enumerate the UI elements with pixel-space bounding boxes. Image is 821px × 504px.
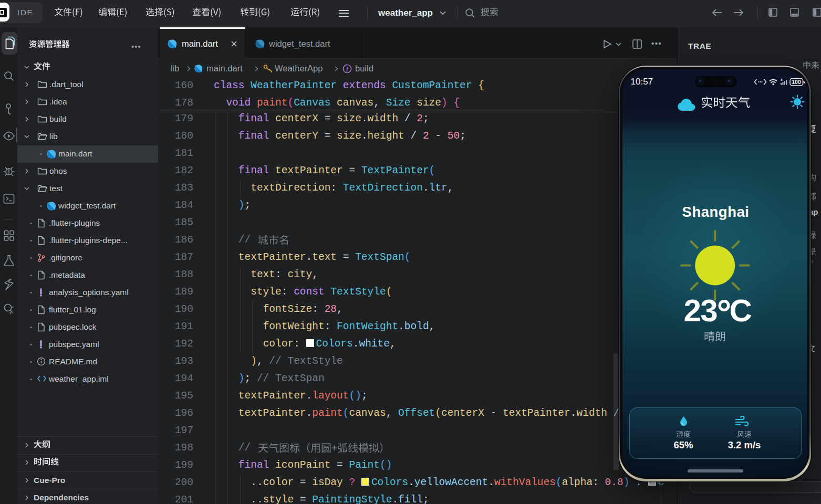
- svg-text:f: f: [346, 66, 349, 72]
